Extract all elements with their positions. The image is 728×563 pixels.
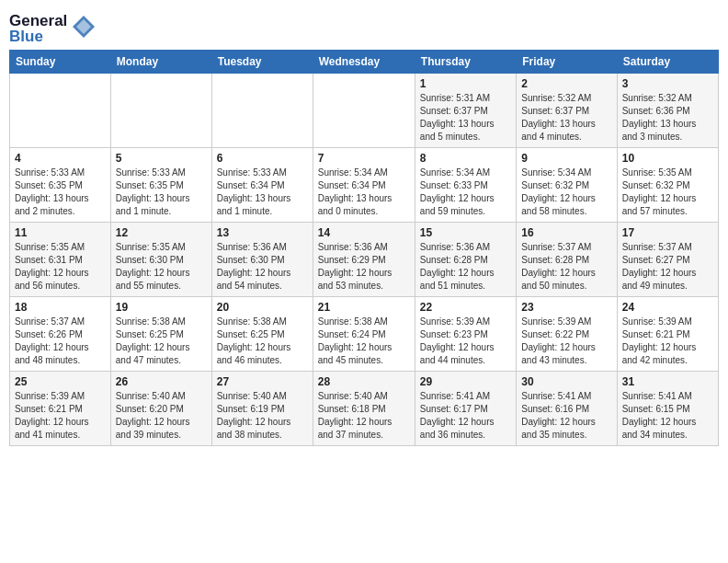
day-number: 17 bbox=[622, 226, 713, 239]
calendar-cell: 16Sunrise: 5:37 AM Sunset: 6:28 PM Dayli… bbox=[517, 223, 617, 297]
calendar-cell: 13Sunrise: 5:36 AM Sunset: 6:30 PM Dayli… bbox=[211, 223, 313, 297]
day-number: 5 bbox=[116, 152, 207, 165]
day-info: Sunrise: 5:36 AM Sunset: 6:29 PM Dayligh… bbox=[318, 241, 410, 293]
day-info: Sunrise: 5:32 AM Sunset: 6:37 PM Dayligh… bbox=[521, 92, 611, 144]
calendar-cell: 8Sunrise: 5:34 AM Sunset: 6:33 PM Daylig… bbox=[415, 148, 516, 223]
calendar-cell: 18Sunrise: 5:37 AM Sunset: 6:26 PM Dayli… bbox=[10, 297, 111, 372]
day-number: 15 bbox=[420, 226, 511, 239]
day-info: Sunrise: 5:39 AM Sunset: 6:21 PM Dayligh… bbox=[622, 316, 713, 367]
day-info: Sunrise: 5:33 AM Sunset: 6:35 PM Dayligh… bbox=[15, 167, 106, 218]
calendar-cell: 17Sunrise: 5:37 AM Sunset: 6:27 PM Dayli… bbox=[617, 223, 718, 297]
day-number: 31 bbox=[622, 375, 713, 388]
calendar-cell: 3Sunrise: 5:32 AM Sunset: 6:36 PM Daylig… bbox=[617, 74, 718, 148]
calendar-cell: 5Sunrise: 5:33 AM Sunset: 6:35 PM Daylig… bbox=[110, 148, 211, 223]
column-header-tuesday: Tuesday bbox=[211, 51, 313, 74]
day-number: 9 bbox=[521, 152, 611, 165]
logo: General Blue bbox=[9, 9, 97, 44]
day-number: 21 bbox=[318, 301, 410, 314]
calendar-cell: 12Sunrise: 5:35 AM Sunset: 6:30 PM Dayli… bbox=[110, 223, 211, 297]
day-number: 20 bbox=[217, 301, 308, 314]
calendar-cell: 29Sunrise: 5:41 AM Sunset: 6:17 PM Dayli… bbox=[415, 372, 516, 446]
day-number: 14 bbox=[318, 226, 410, 239]
day-number: 19 bbox=[116, 301, 207, 314]
week-row-4: 18Sunrise: 5:37 AM Sunset: 6:26 PM Dayli… bbox=[10, 297, 719, 372]
day-number: 4 bbox=[15, 152, 106, 165]
day-info: Sunrise: 5:35 AM Sunset: 6:30 PM Dayligh… bbox=[116, 241, 207, 293]
column-header-wednesday: Wednesday bbox=[313, 51, 415, 74]
day-info: Sunrise: 5:40 AM Sunset: 6:19 PM Dayligh… bbox=[217, 390, 308, 442]
day-info: Sunrise: 5:39 AM Sunset: 6:23 PM Dayligh… bbox=[420, 316, 511, 367]
calendar-cell: 25Sunrise: 5:39 AM Sunset: 6:21 PM Dayli… bbox=[10, 372, 111, 446]
day-number: 28 bbox=[318, 375, 410, 388]
calendar-cell: 11Sunrise: 5:35 AM Sunset: 6:31 PM Dayli… bbox=[10, 223, 111, 297]
day-number: 11 bbox=[15, 226, 106, 239]
day-info: Sunrise: 5:32 AM Sunset: 6:36 PM Dayligh… bbox=[622, 92, 713, 144]
day-info: Sunrise: 5:38 AM Sunset: 6:24 PM Dayligh… bbox=[318, 316, 410, 367]
day-info: Sunrise: 5:33 AM Sunset: 6:35 PM Dayligh… bbox=[116, 167, 207, 218]
day-info: Sunrise: 5:31 AM Sunset: 6:37 PM Dayligh… bbox=[420, 92, 511, 144]
day-info: Sunrise: 5:38 AM Sunset: 6:25 PM Dayligh… bbox=[116, 316, 207, 367]
day-number: 3 bbox=[622, 77, 713, 90]
header-row: SundayMondayTuesdayWednesdayThursdayFrid… bbox=[10, 51, 719, 74]
day-info: Sunrise: 5:34 AM Sunset: 6:33 PM Dayligh… bbox=[420, 167, 511, 218]
day-number: 8 bbox=[420, 152, 511, 165]
day-info: Sunrise: 5:36 AM Sunset: 6:30 PM Dayligh… bbox=[217, 241, 308, 293]
calendar-cell: 6Sunrise: 5:33 AM Sunset: 6:34 PM Daylig… bbox=[211, 148, 313, 223]
day-number: 10 bbox=[622, 152, 713, 165]
day-info: Sunrise: 5:38 AM Sunset: 6:25 PM Dayligh… bbox=[217, 316, 308, 367]
logo-general: General bbox=[9, 13, 67, 29]
calendar-cell: 9Sunrise: 5:34 AM Sunset: 6:32 PM Daylig… bbox=[517, 148, 617, 223]
calendar-cell: 20Sunrise: 5:38 AM Sunset: 6:25 PM Dayli… bbox=[211, 297, 313, 372]
day-info: Sunrise: 5:37 AM Sunset: 6:27 PM Dayligh… bbox=[622, 241, 713, 293]
calendar-cell: 7Sunrise: 5:34 AM Sunset: 6:34 PM Daylig… bbox=[313, 148, 415, 223]
calendar-cell bbox=[313, 74, 415, 148]
day-number: 25 bbox=[15, 375, 106, 388]
week-row-3: 11Sunrise: 5:35 AM Sunset: 6:31 PM Dayli… bbox=[10, 223, 719, 297]
day-info: Sunrise: 5:35 AM Sunset: 6:32 PM Dayligh… bbox=[622, 167, 713, 218]
logo-blue: Blue bbox=[9, 29, 43, 44]
calendar-cell: 19Sunrise: 5:38 AM Sunset: 6:25 PM Dayli… bbox=[110, 297, 211, 372]
day-info: Sunrise: 5:33 AM Sunset: 6:34 PM Dayligh… bbox=[217, 167, 308, 218]
day-number: 7 bbox=[318, 152, 410, 165]
calendar-cell: 21Sunrise: 5:38 AM Sunset: 6:24 PM Dayli… bbox=[313, 297, 415, 372]
calendar-cell: 30Sunrise: 5:41 AM Sunset: 6:16 PM Dayli… bbox=[517, 372, 617, 446]
day-info: Sunrise: 5:35 AM Sunset: 6:31 PM Dayligh… bbox=[15, 241, 106, 293]
day-info: Sunrise: 5:37 AM Sunset: 6:26 PM Dayligh… bbox=[15, 316, 106, 367]
calendar-table: SundayMondayTuesdayWednesdayThursdayFrid… bbox=[9, 50, 719, 446]
calendar-cell: 4Sunrise: 5:33 AM Sunset: 6:35 PM Daylig… bbox=[10, 148, 111, 223]
day-number: 2 bbox=[521, 77, 611, 90]
day-number: 23 bbox=[521, 301, 611, 314]
day-info: Sunrise: 5:34 AM Sunset: 6:32 PM Dayligh… bbox=[521, 167, 611, 218]
day-info: Sunrise: 5:40 AM Sunset: 6:18 PM Dayligh… bbox=[318, 390, 410, 442]
day-number: 27 bbox=[217, 375, 308, 388]
day-info: Sunrise: 5:41 AM Sunset: 6:17 PM Dayligh… bbox=[420, 390, 511, 442]
calendar-cell: 28Sunrise: 5:40 AM Sunset: 6:18 PM Dayli… bbox=[313, 372, 415, 446]
column-header-thursday: Thursday bbox=[415, 51, 516, 74]
day-number: 12 bbox=[116, 226, 207, 239]
day-number: 16 bbox=[521, 226, 611, 239]
calendar-cell bbox=[110, 74, 211, 148]
calendar-cell: 23Sunrise: 5:39 AM Sunset: 6:22 PM Dayli… bbox=[517, 297, 617, 372]
calendar-cell bbox=[211, 74, 313, 148]
week-row-1: 1Sunrise: 5:31 AM Sunset: 6:37 PM Daylig… bbox=[10, 74, 719, 148]
calendar-cell: 2Sunrise: 5:32 AM Sunset: 6:37 PM Daylig… bbox=[517, 74, 617, 148]
calendar-cell: 22Sunrise: 5:39 AM Sunset: 6:23 PM Dayli… bbox=[415, 297, 516, 372]
day-info: Sunrise: 5:41 AM Sunset: 6:16 PM Dayligh… bbox=[521, 390, 611, 442]
day-info: Sunrise: 5:40 AM Sunset: 6:20 PM Dayligh… bbox=[116, 390, 207, 442]
day-info: Sunrise: 5:34 AM Sunset: 6:34 PM Dayligh… bbox=[318, 167, 410, 218]
day-number: 1 bbox=[420, 77, 511, 90]
column-header-friday: Friday bbox=[517, 51, 617, 74]
day-number: 6 bbox=[217, 152, 308, 165]
day-number: 30 bbox=[521, 375, 611, 388]
day-info: Sunrise: 5:39 AM Sunset: 6:21 PM Dayligh… bbox=[15, 390, 106, 442]
calendar-cell: 24Sunrise: 5:39 AM Sunset: 6:21 PM Dayli… bbox=[617, 297, 718, 372]
week-row-2: 4Sunrise: 5:33 AM Sunset: 6:35 PM Daylig… bbox=[10, 148, 719, 223]
logo-icon bbox=[71, 14, 97, 43]
calendar-cell: 14Sunrise: 5:36 AM Sunset: 6:29 PM Dayli… bbox=[313, 223, 415, 297]
day-number: 22 bbox=[420, 301, 511, 314]
column-header-monday: Monday bbox=[110, 51, 211, 74]
column-header-sunday: Sunday bbox=[10, 51, 111, 74]
day-number: 29 bbox=[420, 375, 511, 388]
calendar-cell: 15Sunrise: 5:36 AM Sunset: 6:28 PM Dayli… bbox=[415, 223, 516, 297]
calendar-cell bbox=[10, 74, 111, 148]
